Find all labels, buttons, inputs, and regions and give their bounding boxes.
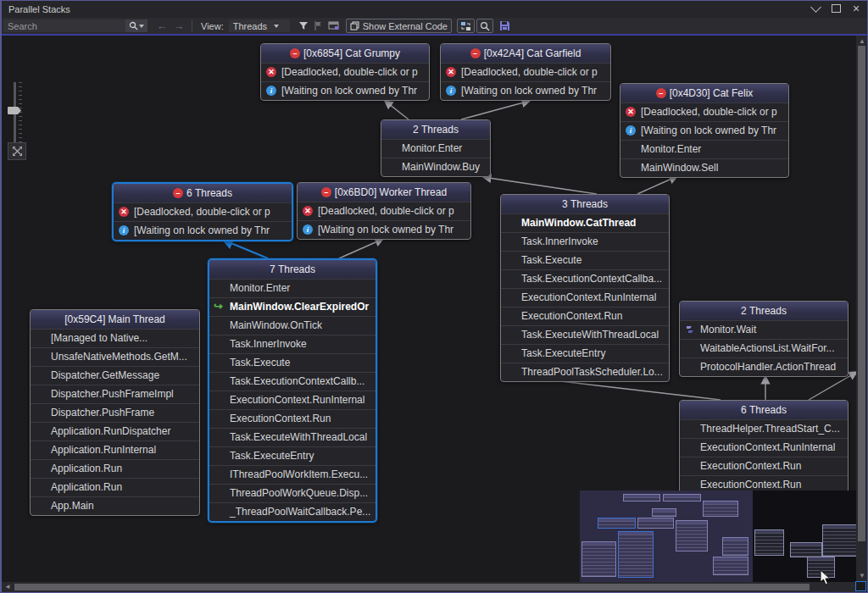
stack-box-threads-6-right[interactable]: 6 ThreadsThreadHelper.ThreadStart_C...Ex…: [679, 400, 849, 495]
stack-frame[interactable]: Application.RunDispatcher: [31, 422, 199, 441]
stack-box-header[interactable]: [0x59C4] Main Thread: [31, 310, 199, 329]
stack-frame[interactable]: IThreadPoolWorkItem.Execu...: [209, 465, 376, 484]
stack-frame[interactable]: Dispatcher.PushFrame: [31, 403, 199, 422]
stack-box-main-thread[interactable]: [0x59C4] Main Thread[Managed to Native..…: [30, 309, 200, 516]
close-button[interactable]: ×: [850, 3, 862, 14]
stack-box-threads-7[interactable]: 7 ThreadsMonitor.Enter↪MainWindow.ClearE…: [208, 258, 377, 523]
stack-box-header[interactable]: 2 Threads: [680, 302, 848, 320]
stack-frame[interactable]: Monitor.Enter: [381, 139, 490, 158]
scroll-up-icon[interactable]: ▲: [859, 37, 865, 46]
stack-frame[interactable]: Monitor.Enter: [620, 140, 788, 158]
stack-frame[interactable]: i[Waiting on lock owned by Thr: [114, 221, 292, 240]
stack-frame[interactable]: Dispatcher.PushFrameImpl: [31, 385, 199, 403]
stack-frame[interactable]: Monitor.Enter: [209, 279, 376, 297]
flag-button[interactable]: [312, 19, 326, 33]
stack-frame[interactable]: Application.Run: [31, 478, 199, 496]
zoom-to-fit-button[interactable]: [8, 142, 26, 160]
stack-frame[interactable]: ExecutionContext.RunInternal: [501, 288, 669, 307]
stack-frame[interactable]: Task.Execute: [209, 353, 376, 372]
vertical-scrollbar-thumb[interactable]: [858, 46, 865, 541]
stack-frame[interactable]: i[Waiting on lock owned by Thr: [441, 81, 610, 100]
stack-box-threads-3[interactable]: 3 ThreadsMainWindow.CatThreadTask.InnerI…: [500, 194, 670, 382]
stack-frame[interactable]: i[Waiting on lock owned by Thr: [298, 220, 470, 239]
stack-frame[interactable]: Task.InnerInvoke: [209, 335, 376, 353]
window-menu-button[interactable]: [810, 3, 821, 14]
horizontal-scrollbar-thumb[interactable]: [14, 584, 810, 590]
zoom-control-button[interactable]: [476, 19, 493, 33]
stack-frame[interactable]: ✕[Deadlocked, double-click or p: [298, 202, 470, 220]
stack-frame[interactable]: UnsafeNativeMethods.GetM...: [31, 347, 199, 366]
stack-frame[interactable]: MainWindow.Buy: [381, 158, 490, 176]
stack-frame[interactable]: MainWindow.Sell: [620, 158, 788, 177]
horizontal-scrollbar[interactable]: ◄: [2, 582, 856, 592]
scroll-down-icon[interactable]: ▼: [859, 572, 865, 580]
stack-frame[interactable]: ExecutionContext.Run: [209, 409, 376, 428]
stack-frame[interactable]: ✕[Deadlocked, double-click or p: [114, 202, 292, 221]
vertical-scrollbar[interactable]: ▲ ▼: [856, 36, 867, 582]
stack-box-cat-felix[interactable]: –[0x4D30] Cat Felix✕[Deadlocked, double-…: [620, 83, 789, 178]
stack-frame[interactable]: ExecutionContext.RunInternal: [680, 438, 848, 457]
minimap-toggle-button[interactable]: [855, 581, 866, 591]
stack-frame[interactable]: ✕[Deadlocked, double-click or p: [620, 103, 788, 121]
stack-box-header[interactable]: 3 Threads: [501, 195, 669, 213]
zoom-slider-track[interactable]: [14, 82, 16, 148]
stack-frame[interactable]: Application.RunInternal: [31, 441, 199, 459]
stack-frame[interactable]: MainWindow.CatThread: [501, 213, 669, 232]
stack-frame[interactable]: App.Main: [31, 496, 199, 515]
stack-frame[interactable]: Task.Execute: [501, 251, 669, 269]
stack-frame[interactable]: Task.ExecutionContextCallb...: [209, 372, 376, 391]
stack-frame[interactable]: i[Waiting on lock owned by Thr: [261, 81, 429, 100]
stack-frame[interactable]: ThreadPoolTaskScheduler.Lo...: [501, 363, 669, 381]
stack-frame[interactable]: ProtocolHandler.ActionThread: [680, 357, 848, 376]
stack-frame[interactable]: ✕[Deadlocked, double-click or p: [441, 63, 610, 81]
stacks-canvas[interactable]: –[0x6854] Cat Grumpy✕[Deadlocked, double…: [2, 36, 856, 582]
stack-box-threads-6-left[interactable]: –6 Threads✕[Deadlocked, double-click or …: [112, 182, 293, 241]
search-input[interactable]: Search: [3, 19, 147, 32]
stack-frame[interactable]: ExecutionContext.Run: [680, 457, 848, 475]
minimap-viewport[interactable]: [580, 490, 753, 582]
search-button[interactable]: [125, 19, 147, 32]
minimap[interactable]: [580, 490, 859, 582]
stack-frame[interactable]: WaitableActionsList.WaitFor...: [680, 339, 848, 357]
stack-box-cat-grumpy[interactable]: –[0x6854] Cat Grumpy✕[Deadlocked, double…: [260, 43, 430, 101]
stack-box-threads-2-right[interactable]: 2 ThreadsMonitor.WaitWaitableActionsList…: [679, 301, 849, 377]
stack-box-threads-2-top[interactable]: 2 ThreadsMonitor.EnterMainWindow.Buy: [381, 119, 491, 177]
stack-frame[interactable]: Application.Run: [31, 459, 199, 478]
stack-frame[interactable]: _ThreadPoolWaitCallback.Pe...: [209, 502, 376, 521]
stack-box-cat-garfield[interactable]: –[0x42A4] Cat Garfield✕[Deadlocked, doub…: [440, 43, 611, 101]
stack-box-worker-thread[interactable]: –[0x6BD0] Worker Thread✕[Deadlocked, dou…: [297, 182, 471, 240]
maximize-button[interactable]: [830, 3, 842, 14]
save-button[interactable]: [498, 19, 512, 33]
stack-frame[interactable]: Task.ExecuteEntry: [209, 446, 376, 465]
stack-frame[interactable]: Monitor.Wait: [680, 320, 848, 339]
scroll-left-icon[interactable]: ◄: [4, 583, 11, 591]
back-button[interactable]: ←: [154, 19, 170, 32]
stack-frame[interactable]: ↪MainWindow.ClearExpiredOr: [209, 297, 376, 316]
stack-frame[interactable]: Task.ExecuteWithThreadLocal: [501, 325, 669, 344]
stack-frame[interactable]: i[Waiting on lock owned by Thr: [620, 121, 788, 140]
filter-button[interactable]: [297, 19, 310, 33]
method-view-button[interactable]: [457, 19, 475, 33]
stack-box-header[interactable]: –[0x4D30] Cat Felix: [620, 84, 788, 103]
title-bar[interactable]: Parallel Stacks ×: [2, 1, 867, 18]
stack-frame-button[interactable]: [327, 19, 341, 33]
stack-frame[interactable]: Task.ExecuteWithThreadLocal: [209, 428, 376, 446]
stack-box-header[interactable]: –6 Threads: [114, 184, 292, 202]
stack-box-header[interactable]: 7 Threads: [209, 260, 376, 279]
stack-box-header[interactable]: 6 Threads: [680, 401, 848, 419]
stack-box-header[interactable]: 2 Threads: [381, 120, 490, 139]
stack-frame[interactable]: Task.ExecutionContextCallba...: [501, 269, 669, 288]
stack-box-header[interactable]: –[0x42A4] Cat Garfield: [441, 44, 610, 63]
stack-frame[interactable]: ThreadPoolWorkQueue.Disp...: [209, 484, 376, 502]
stack-frame[interactable]: Task.ExecuteEntry: [501, 344, 669, 363]
view-dropdown[interactable]: Threads: [229, 19, 290, 32]
stack-frame[interactable]: ThreadHelper.ThreadStart_C...: [680, 419, 848, 438]
stack-frame[interactable]: ExecutionContext.Run: [501, 307, 669, 325]
show-external-code-button[interactable]: Show External Code: [346, 19, 452, 33]
stack-frame[interactable]: Dispatcher.GetMessage: [31, 366, 199, 385]
stack-frame[interactable]: [Managed to Native...: [31, 329, 199, 347]
stack-frame[interactable]: ✕[Deadlocked, double-click or p: [261, 63, 429, 81]
forward-button[interactable]: →: [171, 19, 186, 32]
stack-box-header[interactable]: –[0x6BD0] Worker Thread: [298, 183, 470, 202]
stack-frame[interactable]: Task.InnerInvoke: [501, 232, 669, 251]
